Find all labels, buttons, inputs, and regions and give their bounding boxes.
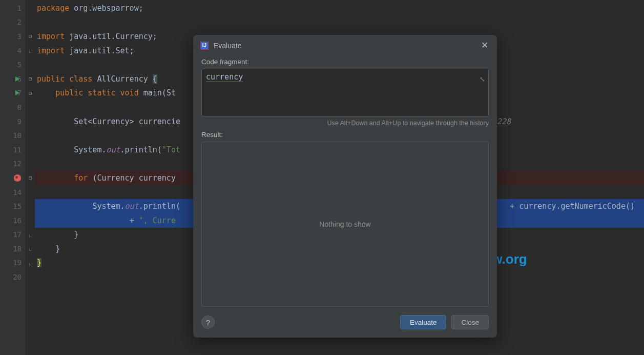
- line-number: 15: [0, 199, 26, 213]
- line-number: 12: [0, 157, 26, 171]
- close-button[interactable]: Close: [451, 315, 489, 329]
- breakpoint-icon[interactable]: [14, 174, 21, 182]
- code-fragment-input[interactable]: currency ⤡: [201, 69, 489, 116]
- evaluate-dialog: IJ Evaluate ✕ Code fragment: currency ⤡ …: [193, 35, 497, 338]
- line-number: 20: [0, 270, 26, 284]
- history-hint: Use Alt+Down and Alt+Up to navigate thro…: [201, 120, 489, 127]
- dialog-title-text: Evaluate: [214, 42, 241, 50]
- close-icon[interactable]: ✕: [480, 40, 490, 51]
- line-number: 7: [0, 86, 26, 101]
- run-gutter-icon[interactable]: [15, 76, 19, 82]
- collapse-icon[interactable]: ⤡: [480, 75, 485, 83]
- line-number: 3: [0, 29, 26, 44]
- fold-toggle-icon[interactable]: ⊟: [29, 75, 32, 82]
- result-label: Result:: [201, 131, 489, 139]
- fold-toggle-icon[interactable]: ⊟: [29, 174, 32, 181]
- code-fragment-value: currency: [206, 72, 243, 82]
- result-panel: Nothing to show: [201, 142, 489, 307]
- fold-end-icon: ⌞: [29, 245, 32, 252]
- line-number: 11: [0, 143, 26, 157]
- line-number: 8: [0, 100, 26, 114]
- fold-toggle-icon[interactable]: ⊟: [29, 90, 32, 96]
- line-number: 6: [0, 72, 26, 86]
- line-number: 5: [0, 57, 26, 72]
- help-button[interactable]: ?: [201, 315, 215, 329]
- line-number: 17: [0, 228, 26, 242]
- line-number: 9: [0, 114, 26, 129]
- intellij-icon: IJ: [200, 42, 209, 50]
- dialog-titlebar[interactable]: IJ Evaluate ✕: [193, 35, 497, 54]
- line-gutter: 1 2 3 4 5 6 7 8 9 10 11 12 13 14 15 16 1…: [0, 0, 26, 355]
- line-number: 10: [0, 128, 26, 143]
- code-fragment-label: Code fragment:: [201, 58, 489, 66]
- fold-column: ⊟ ⌞ ⊟ ⊟ ⊟ ⌞ ⌞ ⌞: [26, 0, 35, 355]
- fold-end-icon: ⌞: [29, 47, 32, 54]
- line-number: 18: [0, 242, 26, 256]
- fold-end-icon: ⌞: [29, 231, 32, 238]
- run-gutter-icon[interactable]: [15, 90, 19, 95]
- result-empty-text: Nothing to show: [319, 220, 370, 228]
- line-number: 14: [0, 185, 26, 200]
- line-number: 19: [0, 256, 26, 270]
- line-number: 1: [0, 1, 26, 15]
- evaluate-button[interactable]: Evaluate: [400, 315, 447, 329]
- fold-toggle-icon[interactable]: ⊟: [29, 33, 32, 40]
- line-number: 16: [0, 213, 26, 228]
- line-number: 4: [0, 44, 26, 58]
- line-number: 2: [0, 15, 26, 30]
- fold-end-icon: ⌞: [29, 260, 32, 266]
- line-number: 13: [0, 171, 26, 185]
